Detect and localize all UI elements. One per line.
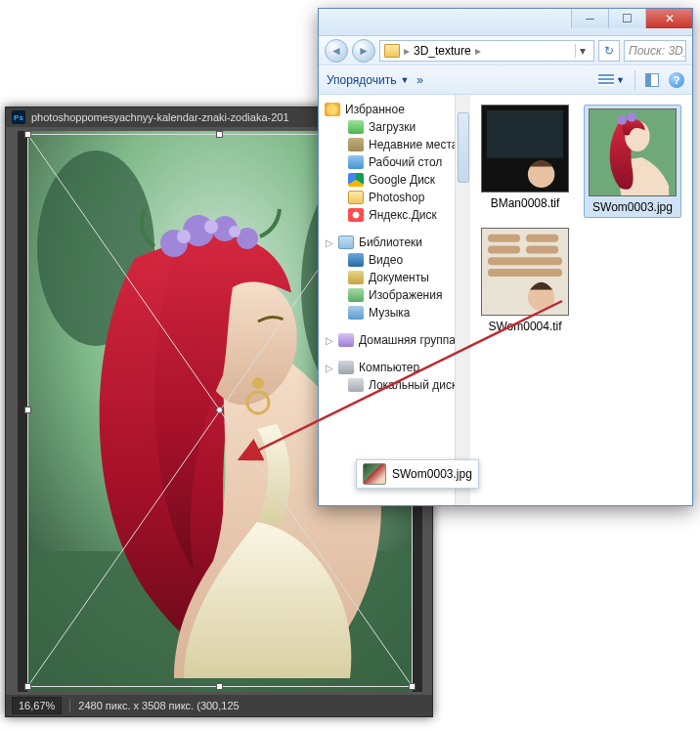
document-dimensions: 2480 пикс. x 3508 пикс. (300,125 [78,700,239,711]
svg-point-10 [177,230,191,243]
help-button[interactable]: ? [669,72,684,88]
tree-item[interactable]: Избранное [319,101,469,118]
svg-point-20 [617,115,627,125]
expand-caret-icon[interactable]: ▷ [325,363,333,373]
expand-caret-icon[interactable]: ▷ [325,237,333,248]
svg-rect-16 [487,110,563,158]
gd-icon [348,173,364,187]
home-icon [338,333,354,347]
window-minimize-button[interactable]: ─ [571,9,608,28]
tree-item[interactable]: Изображения [319,286,469,304]
nav-forward-button[interactable]: ► [352,39,375,63]
tree-item[interactable]: Музыка [319,304,469,322]
explorer-window: ─ ☐ ✕ ◄ ► ▸ 3D_texture ▸ ▾ ↻ Поиск: 3D_ … [318,8,693,506]
tree-item[interactable]: Google Диск [319,171,469,189]
photoshop-statusbar: 16,67% 2480 пикс. x 3508 пикс. (300,125 [6,695,432,716]
file-list[interactable]: BMan0008.tifSWom0003.jpgSWom0004.tif [470,95,692,505]
expand-caret-icon[interactable]: ▷ [325,335,333,346]
tree-item-label: Библиотеки [359,236,422,249]
organize-menu[interactable]: Упорядочить ▼ [327,73,409,87]
tree-item[interactable]: Рабочий стол [319,153,469,171]
svg-point-12 [229,226,241,237]
drag-ghost: SWom0003.jpg [356,459,479,489]
folder-icon [348,191,364,204]
zoom-level[interactable]: 16,67% [12,697,62,714]
desk-icon [348,155,364,169]
drag-thumbnail-icon [363,463,386,485]
file-item[interactable]: SWom0004.tif [476,228,574,333]
breadcrumb-folder[interactable]: 3D_texture [414,44,471,58]
tree-item-label: Photoshop [369,191,424,204]
disk-icon [348,378,364,392]
address-bar[interactable]: ▸ 3D_texture ▸ ▾ [379,40,594,62]
chevron-down-icon: ▼ [400,75,409,85]
tree-item-label: Локальный диск [369,378,457,392]
photoshop-logo-icon: Ps [12,110,25,124]
view-mode-button[interactable]: ▼ [598,74,625,86]
refresh-button[interactable]: ↻ [598,40,620,62]
tree-item[interactable]: Недавние места [319,136,469,153]
explorer-titlebar[interactable]: ─ ☐ ✕ [319,9,692,36]
view-icon [598,74,614,86]
recent-icon [348,138,364,151]
search-box[interactable]: Поиск: 3D_ [624,40,686,62]
vid-icon [348,253,364,267]
tree-item-label: Google Диск [369,173,435,187]
tree-scrollbar[interactable] [455,95,470,505]
tree-item[interactable]: ▷Библиотеки [319,234,469,251]
tree-item[interactable]: ▷Компьютер [319,359,469,376]
svg-rect-23 [488,235,520,242]
svg-rect-25 [488,246,520,254]
file-item[interactable]: BMan0008.tif [476,105,574,218]
window-close-button[interactable]: ✕ [645,9,692,28]
chevron-right-icon: ▸ [404,44,410,58]
tree-item-label: Яндекс.Диск [369,208,437,222]
explorer-toolbar: Упорядочить ▼ » ▼ ? [319,65,692,95]
mus-icon [348,306,364,320]
file-label: SWom0003.jpg [592,200,673,214]
tree-item-label: Рабочий стол [369,155,442,169]
tree-item-label: Музыка [369,306,410,320]
tree-item[interactable]: ▷Домашняя группа [319,331,469,349]
tree-item[interactable]: Локальный диск [319,376,469,394]
organize-label: Упорядочить [327,73,396,87]
tree-item-label: Загрузки [369,120,416,134]
file-label: SWom0004.tif [488,320,561,333]
chevron-down-icon: ▼ [616,75,625,85]
window-maximize-button[interactable]: ☐ [608,9,645,28]
tree-item-label: Домашняя группа [359,333,456,347]
file-thumbnail [481,228,569,316]
file-item[interactable]: SWom0003.jpg [584,105,681,218]
tree-item[interactable]: Яндекс.Диск [319,206,469,224]
preview-pane-toggle[interactable] [645,73,659,87]
tree-item-label: Документы [369,271,429,284]
svg-rect-24 [526,235,558,242]
nav-back-button[interactable]: ◄ [325,39,348,63]
img-icon [348,288,364,302]
comp-icon [338,361,354,374]
file-label: BMan0008.tif [491,196,560,210]
toolbar-overflow[interactable]: » [416,73,423,87]
drag-filename: SWom0003.jpg [392,467,472,481]
lib-icon [338,236,354,249]
svg-rect-26 [526,246,558,254]
navigation-tree[interactable]: ИзбранноеЗагрузкиНедавние местаРабочий с… [319,95,470,505]
tree-item-label: Изображения [369,288,442,302]
tree-item-label: Компьютер [359,361,419,374]
tree-item[interactable]: Документы [319,269,469,286]
yd-icon [348,208,364,222]
photoshop-document-title: photoshoppomesyachnyy-kalendar-znaki-zod… [31,111,289,123]
svg-rect-27 [488,257,562,265]
file-thumbnail [589,108,677,196]
tree-item[interactable]: Photoshop [319,189,469,206]
tree-item[interactable]: Загрузки [319,118,469,136]
tree-item[interactable]: Видео [319,251,469,269]
star-icon [325,103,340,116]
tree-item-label: Недавние места [369,138,458,151]
folder-icon [384,44,400,58]
breadcrumb-history-dropdown[interactable]: ▾ [575,44,590,58]
dl-icon [348,120,364,134]
explorer-navbar: ◄ ► ▸ 3D_texture ▸ ▾ ↻ Поиск: 3D_ [319,36,692,65]
svg-rect-28 [488,269,562,277]
doc-icon [348,271,364,284]
